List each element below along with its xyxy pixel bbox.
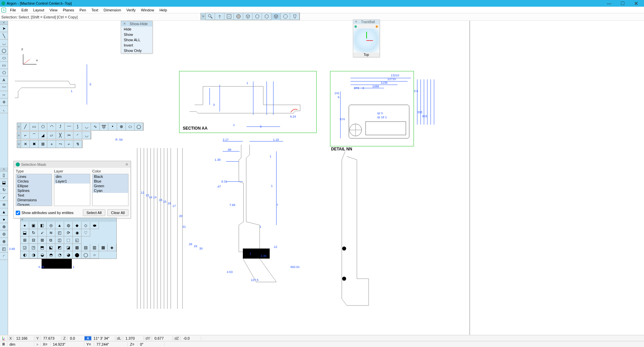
ts1-arc-icon[interactable]: ◠ — [47, 123, 56, 130]
dy-value[interactable]: 0.677 — [152, 336, 172, 340]
ts1-arc3-icon[interactable]: ◡ — [82, 123, 91, 130]
menu-layout[interactable]: Layout — [31, 7, 47, 13]
selection-mask-close[interactable]: ✕ — [125, 162, 128, 167]
arc-icon[interactable]: ◡ — [0, 40, 8, 47]
show-hide-hide[interactable]: Hide — [121, 26, 152, 32]
revolve-3d-icon[interactable]: ↻ — [0, 186, 8, 194]
show-hide-close[interactable]: ✕ — [122, 22, 126, 26]
circle-icon[interactable]: ◯ — [0, 47, 8, 54]
ts2-bevel-icon[interactable]: ▱ — [47, 132, 56, 139]
pointer-icon[interactable]: ➤ — [0, 25, 8, 32]
sphere-3d-icon[interactable]: ● — [0, 216, 8, 223]
cross-icon[interactable]: ✛ — [0, 98, 8, 106]
menu-file[interactable]: File — [7, 7, 19, 13]
n6-icon[interactable]: ◕ — [64, 251, 73, 259]
op7-icon[interactable]: ◱ — [73, 236, 82, 244]
m2-icon[interactable]: ◳ — [29, 244, 38, 251]
ellipsoid-solid-icon[interactable]: ⬬ — [90, 222, 99, 229]
menu-dimension[interactable]: Dimension — [101, 7, 124, 13]
ts1-poly-icon[interactable]: ⬠ — [39, 123, 47, 130]
ts3-plus-icon[interactable]: ＋ — [47, 140, 56, 148]
ts3-x2-icon[interactable]: ✖ — [30, 140, 39, 148]
current-layer[interactable]: dim — [7, 342, 34, 346]
toolstrip1-close[interactable]: ✕ — [17, 123, 21, 130]
maximize-button[interactable]: ☐ — [616, 0, 629, 7]
op3-icon[interactable]: ⊠ — [38, 236, 47, 244]
ts2-arc-icon[interactable]: ◡ — [82, 132, 91, 139]
text-icon[interactable]: A — [0, 76, 8, 84]
m11-icon[interactable]: ◈ — [108, 244, 116, 251]
ts1-spline-icon[interactable]: 〰 — [65, 123, 73, 130]
loft-icon[interactable]: ≋ — [47, 229, 55, 236]
x-value[interactable]: 12.166 — [14, 336, 34, 340]
trackball-collapse-icon[interactable]: ◉ — [354, 24, 357, 28]
select-all-button[interactable]: Select All — [83, 209, 105, 216]
bool-intersect-icon[interactable]: ⊗ — [0, 238, 8, 245]
ts1-tangent-icon[interactable]: ⤴ — [56, 123, 65, 130]
a-value[interactable]: 11° 3' 34" — [92, 336, 115, 340]
n1-icon[interactable]: ◐ — [20, 251, 29, 259]
trackball-close[interactable]: ✕ — [355, 20, 358, 24]
left-3d-close[interactable]: ✕ — [0, 167, 8, 171]
shaded-icon[interactable] — [234, 13, 243, 20]
extrude-icon[interactable]: ⬓ — [20, 229, 29, 236]
show-hide-show[interactable]: Show — [121, 32, 152, 37]
m6-icon[interactable]: ◪ — [64, 244, 73, 251]
menu-pen[interactable]: Pen — [77, 7, 89, 13]
box-shaded-icon[interactable] — [271, 13, 281, 20]
m1-icon[interactable]: ◲ — [20, 244, 29, 251]
menu-view[interactable]: View — [47, 7, 60, 13]
toolstrip3-close[interactable]: ✕ — [17, 140, 21, 148]
menu-window[interactable]: Window — [138, 7, 157, 13]
m5-icon[interactable]: ◩ — [55, 244, 64, 251]
pipe-icon[interactable]: ⟳ — [64, 229, 73, 236]
close-button[interactable]: ✕ — [629, 0, 643, 7]
box-solid-icon[interactable]: ▣ — [29, 222, 38, 229]
revolve-icon[interactable]: ↻ — [29, 229, 38, 236]
ts2-fillet-icon[interactable]: ⌒ — [30, 132, 39, 139]
ts2-break-icon[interactable]: ╳ — [56, 132, 65, 139]
sweep-3d-icon[interactable]: ➶ — [0, 194, 8, 201]
extrude-3d-icon[interactable]: ⬓ — [0, 179, 8, 186]
blend-icon[interactable]: ◉ — [73, 229, 82, 236]
n8-icon[interactable]: ◯ — [82, 251, 90, 259]
torus-solid-icon[interactable]: ◍ — [64, 222, 73, 229]
zoom-extents-icon[interactable] — [224, 13, 234, 20]
ts3-corner-icon[interactable]: ⌐ — [65, 140, 73, 148]
pyramid-solid-icon[interactable]: ◇ — [82, 222, 90, 229]
cone-solid-icon[interactable]: ▲ — [55, 222, 64, 229]
app-menu-icon[interactable]: A — [1, 8, 6, 12]
y-value[interactable]: 77.673 — [41, 336, 61, 340]
ts3-xbox-icon[interactable]: ⊠ — [39, 140, 47, 148]
cone-3d-icon[interactable]: ▲ — [0, 208, 8, 216]
op5-icon[interactable]: ◫ — [55, 236, 64, 244]
op4-icon[interactable]: ⧉ — [47, 236, 55, 244]
trackball-view-name[interactable]: Top — [353, 53, 379, 57]
ts3-split-icon[interactable]: ↯ — [73, 140, 82, 148]
sweep-icon[interactable]: ➶ — [38, 229, 47, 236]
bool-union-icon[interactable]: ⊕ — [0, 223, 8, 230]
ts2-fillet2-icon[interactable]: ◜ — [73, 132, 82, 139]
layer-dropdown[interactable]: > — [34, 342, 41, 346]
pan-icon[interactable] — [215, 13, 224, 20]
ts2-corner-icon[interactable]: ⌐ — [21, 132, 30, 139]
clear-all-button[interactable]: Clear All — [107, 209, 128, 216]
trackball-sphere[interactable] — [353, 28, 379, 53]
ts1-line-icon[interactable]: ╱ — [21, 123, 30, 130]
dimension-icon[interactable]: ↔ — [0, 91, 8, 98]
wireframe-icon[interactable] — [243, 13, 253, 20]
loft-3d-icon[interactable]: ≋ — [0, 201, 8, 208]
view-toolbar-close[interactable]: ✕ — [201, 13, 206, 20]
type-listbox[interactable]: Lines Circles Ellipse Splines Text Dimen… — [16, 174, 52, 206]
line-icon[interactable]: ╲ — [0, 32, 8, 40]
show-hide-showall[interactable]: Show ALL — [121, 37, 152, 43]
op6-icon[interactable]: ⬚ — [64, 236, 73, 244]
n4-icon[interactable]: ◓ — [47, 251, 55, 259]
ts1-point-icon[interactable]: • — [108, 123, 117, 130]
heart-icon[interactable]: ♡ — [82, 229, 90, 236]
box-3d-icon[interactable]: ▯ — [0, 171, 8, 179]
solids-palette-close[interactable]: ✕ — [20, 218, 116, 222]
ts1-rect-icon[interactable]: ▭ — [30, 123, 39, 130]
persp-icon[interactable] — [290, 13, 300, 20]
cylinder-solid-icon[interactable]: ◎ — [47, 222, 55, 229]
